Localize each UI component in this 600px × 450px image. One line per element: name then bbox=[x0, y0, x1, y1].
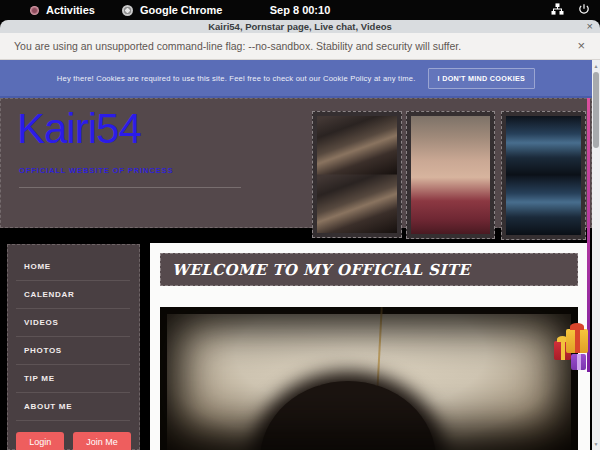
red-lingerie-selfie-thumbnail[interactable] bbox=[406, 111, 495, 239]
cookie-notice-bar: Hey there! Cookies are required to use t… bbox=[0, 60, 592, 98]
site-title[interactable]: Kairi54 bbox=[17, 105, 141, 153]
sidebar-item-home[interactable]: HOME bbox=[16, 253, 130, 281]
sidebar-item-photos[interactable]: PHOTOS bbox=[16, 337, 130, 365]
thumbnail-image bbox=[411, 116, 490, 234]
bed-photo-thumbnail[interactable] bbox=[312, 111, 402, 238]
join-button[interactable]: Join Me bbox=[73, 432, 131, 450]
recording-indicator-icon bbox=[30, 6, 39, 15]
unsupported-flag-infobar: You are using an unsupported command-lin… bbox=[0, 33, 600, 60]
chrome-icon bbox=[122, 5, 133, 16]
blue-tint-selfie-thumbnail[interactable] bbox=[501, 111, 586, 240]
app-menu-button[interactable]: Google Chrome bbox=[140, 4, 223, 16]
site-tagline: OFFICIALL WEBSITE OF PRINCESS bbox=[19, 166, 173, 175]
accept-cookies-button[interactable]: I DON'T MIND COOKIES bbox=[428, 68, 536, 89]
gifts-tip-widget[interactable] bbox=[554, 326, 596, 376]
infobar-close-icon[interactable]: × bbox=[577, 39, 585, 52]
header-divider bbox=[19, 187, 241, 188]
scrollbar[interactable]: ▲ ▼ bbox=[592, 60, 600, 450]
thumbnail-image bbox=[317, 116, 397, 233]
sidebar-nav: HOME CALENDAR VIDEOS PHOTOS TIP ME ABOUT… bbox=[7, 244, 140, 450]
welcome-title-bar: WELCOME TO MY OFFICIAL SITE bbox=[160, 253, 578, 286]
scroll-up-icon[interactable]: ▲ bbox=[592, 62, 600, 70]
infobar-message: You are using an unsupported command-lin… bbox=[14, 40, 461, 52]
cookie-message: Hey there! Cookies are required to use t… bbox=[57, 74, 416, 83]
desktop-screen: Activities Google Chrome Sep 8 00:10 bbox=[0, 0, 600, 450]
scrollbar-thumb[interactable] bbox=[593, 72, 599, 148]
sidebar-item-tip-me[interactable]: TIP ME bbox=[16, 365, 130, 393]
tab-title[interactable]: Kairi54, Pornstar page, Live chat, Video… bbox=[208, 21, 392, 32]
gnome-top-bar: Activities Google Chrome Sep 8 00:10 bbox=[0, 0, 600, 20]
power-icon[interactable] bbox=[578, 3, 590, 17]
login-button[interactable]: Login bbox=[16, 432, 64, 450]
scroll-down-icon[interactable]: ▼ bbox=[592, 440, 600, 448]
sidebar-item-videos[interactable]: VIDEOS bbox=[16, 309, 130, 337]
activities-button[interactable]: Activities bbox=[46, 4, 95, 16]
main-content: WELCOME TO MY OFFICIAL SITE bbox=[150, 243, 590, 450]
network-icon[interactable] bbox=[551, 3, 564, 17]
gold-gift-icon bbox=[566, 329, 588, 353]
tab-close-icon[interactable]: × bbox=[587, 20, 593, 33]
hero-photo-vignette bbox=[160, 307, 578, 450]
welcome-title: WELCOME TO MY OFFICIAL SITE bbox=[172, 261, 470, 279]
clock[interactable]: Sep 8 00:10 bbox=[270, 4, 331, 16]
hero-photo bbox=[160, 307, 578, 450]
sidebar-item-calendar[interactable]: CALENDAR bbox=[16, 281, 130, 309]
thumbnail-image bbox=[506, 116, 581, 235]
purple-gift-icon bbox=[571, 354, 586, 370]
browser-tab-strip: Kairi54, Pornstar page, Live chat, Video… bbox=[0, 20, 600, 33]
sidebar-item-about-me[interactable]: ABOUT ME bbox=[16, 393, 130, 421]
